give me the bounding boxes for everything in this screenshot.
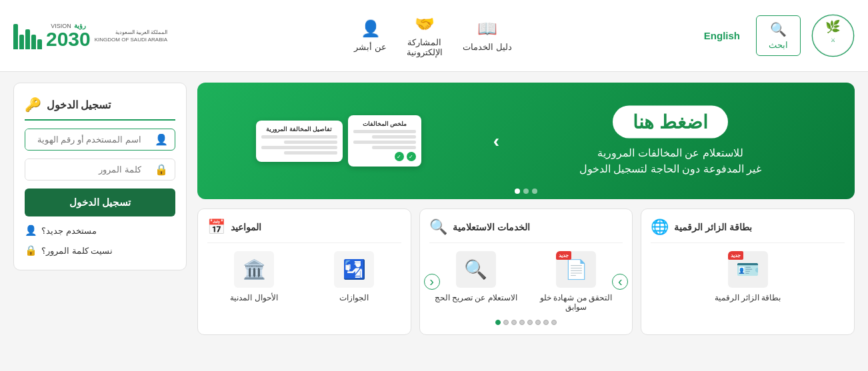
- kingdom-label: المملكة العربية السعودية KINGDOM OF SAUD…: [95, 29, 167, 42]
- banner-text-area: اضغط هنا للاستعلام عن المخالفات المرورية…: [506, 105, 835, 177]
- info-services-dots: [429, 320, 623, 325]
- vision-logo-area: المملكة العربية السعودية KINGDOM OF SAUD…: [13, 22, 167, 49]
- info-services-next-arrow[interactable]: ›: [612, 274, 628, 290]
- banner-dot-3[interactable]: [515, 188, 520, 194]
- check-cert-item[interactable]: 📄 جديد التحقق من شهادة خلو سوابق: [529, 251, 623, 312]
- password-input[interactable]: [25, 159, 148, 180]
- about-absher-icon: 👤: [361, 19, 381, 38]
- nav-item-services-guide[interactable]: 📖 دليل الخدمات: [463, 19, 512, 52]
- info-dot-3[interactable]: [535, 320, 541, 325]
- nav-electronic-participation-label: المشاركةالإلكترونية: [407, 37, 443, 57]
- mock-line-3: [353, 141, 416, 144]
- check-hajj-icon: 🔍: [464, 258, 487, 280]
- banner-desc-line1: للاستعلام عن المخالفات المرورية: [506, 145, 835, 161]
- civil-affairs-label: الأحوال المدنية: [230, 293, 277, 302]
- mock-line-7: [261, 146, 337, 149]
- new-badge-cert: جديد: [556, 251, 571, 260]
- mock-line-2: [372, 135, 416, 139]
- passports-label: الجوازات: [339, 293, 369, 302]
- info-services-header: الخدمات الاستعلامية 🔍: [429, 218, 623, 243]
- info-services-title: الخدمات الاستعلامية: [453, 222, 530, 232]
- visitor-card-title: بطاقة الزائر الرقمية: [674, 222, 752, 232]
- info-dot-2[interactable]: [543, 320, 549, 325]
- mock-card-title-2: تفاصيل المخالفة المرورية: [261, 126, 337, 133]
- mock-line-4: [372, 146, 416, 149]
- check-icon-2: ✓: [395, 152, 404, 161]
- forgot-password-link[interactable]: نسيت كلمة المرور؟ 🔒: [25, 244, 175, 256]
- electronic-participation-icon: 🤝: [415, 15, 435, 33]
- check-hajj-item[interactable]: 🔍 الاستعلام عن تصريح الحج: [429, 251, 523, 312]
- search-icon: 🔍: [770, 21, 787, 37]
- search-button[interactable]: 🔍 ابحث: [756, 15, 801, 56]
- nav-services-guide-label: دليل الخدمات: [463, 42, 512, 52]
- info-dot-7[interactable]: [503, 320, 509, 325]
- login-panel: تسجيل الدخول 🔑 👤 🔒 تسجيل الدخول مستخدم ج…: [13, 83, 187, 270]
- digital-visitor-icon: 🪪: [736, 258, 759, 280]
- login-button[interactable]: تسجيل الدخول: [25, 188, 175, 216]
- banner-cta-box[interactable]: اضغط هنا: [613, 105, 728, 138]
- digital-visitor-card-item[interactable]: 🪪 جديد بطاقة الزائر الرقمية: [651, 251, 845, 302]
- mock-line-8: [284, 151, 337, 155]
- header-nav: 📖 دليل الخدمات 🤝 المشاركةالإلكترونية 👤 ع…: [354, 15, 511, 57]
- mock-violation-detail-card: تفاصيل المخالفة المرورية: [256, 121, 343, 162]
- new-user-link[interactable]: مستخدم جديد؟ 👤: [25, 224, 175, 236]
- civil-affairs-item[interactable]: 🏛️ الأحوال المدنية: [207, 251, 301, 302]
- username-input[interactable]: [25, 129, 148, 150]
- check-hajj-icon-wrap: 🔍: [456, 251, 496, 288]
- banner-dot-2[interactable]: [523, 188, 529, 194]
- nav-item-about-absher[interactable]: 👤 عن أبشر: [354, 19, 387, 52]
- password-input-wrap[interactable]: 🔒: [25, 159, 175, 181]
- banner-description: للاستعلام عن المخالفات المرورية غير المد…: [506, 145, 835, 177]
- user-icon: 👤: [148, 133, 175, 146]
- passports-icon-wrap: 🛂: [334, 251, 374, 288]
- appointments-content: 🛂 الجوازات 🏛️ الأحوال المدنية: [207, 251, 401, 302]
- check-cert-label: التحقق من شهادة خلو سوابق: [529, 293, 623, 312]
- appointments-card: المواعيد 📅 🛂 الجوازات 🏛️ الأحوال: [197, 208, 411, 335]
- check-cert-icon: 📄: [565, 258, 588, 280]
- info-dot-5[interactable]: [519, 320, 525, 325]
- visitor-card-section: بطاقة الزائر الرقمية 🌐 🪪 جديد بطاقة الزا…: [641, 208, 855, 335]
- banner-dots: [515, 188, 537, 194]
- vision-2030-block: رؤية VISION 2030: [46, 22, 91, 49]
- search-label: ابحث: [769, 40, 788, 50]
- left-section: ملخص المخالفات ✓ ✓ تفاصيل المخالفة المرو…: [197, 83, 855, 335]
- civil-affairs-icon-wrap: 🏛️: [234, 251, 274, 288]
- check-hajj-label: الاستعلام عن تصريح الحج: [435, 293, 517, 302]
- appointments-header: المواعيد 📅: [207, 218, 401, 243]
- login-title-row: تسجيل الدخول 🔑: [25, 97, 175, 121]
- info-services-prev-arrow[interactable]: ‹: [424, 274, 440, 290]
- vision-year: 2030: [46, 29, 91, 49]
- saudi-emblem-icon: 🌿 ⚔: [811, 14, 855, 57]
- banner-next-arrow[interactable]: ›: [493, 131, 499, 152]
- login-title-text: تسجيل الدخول: [47, 99, 111, 111]
- mock-violations-summary-card: ملخص المخالفات ✓ ✓: [348, 115, 421, 167]
- appointments-icon: 📅: [207, 218, 225, 236]
- info-dot-6[interactable]: [511, 320, 517, 325]
- forgot-password-label: نسيت كلمة المرور؟: [41, 246, 113, 256]
- check-icon-1: ✓: [407, 152, 416, 161]
- info-services-card: الخدمات الاستعلامية 🔍 ‹ 📄 جديد التحقق من…: [419, 208, 633, 335]
- visitor-card-content: 🪪 جديد بطاقة الزائر الرقمية: [651, 251, 845, 302]
- info-dot-8[interactable]: [495, 320, 501, 325]
- banner-dot-1[interactable]: [532, 188, 537, 194]
- login-icon: 🔑: [25, 97, 41, 113]
- info-dot-4[interactable]: [527, 320, 533, 325]
- mock-line-6: [284, 141, 337, 144]
- appointments-title: المواعيد: [231, 222, 261, 232]
- nav-item-electronic-participation[interactable]: 🤝 المشاركةالإلكترونية: [407, 15, 443, 57]
- digital-visitor-label: بطاقة الزائر الرقمية: [715, 293, 781, 302]
- banner-cta-text: اضغط هنا: [633, 111, 708, 132]
- info-dot-1[interactable]: [551, 320, 557, 325]
- new-user-label: مستخدم جديد؟: [41, 226, 97, 236]
- visitor-card-header: بطاقة الزائر الرقمية 🌐: [651, 218, 845, 243]
- visitor-card-icon: 🌐: [651, 218, 669, 236]
- language-toggle[interactable]: English: [699, 30, 745, 41]
- nav-about-absher-label: عن أبشر: [354, 42, 387, 52]
- main-content: ملخص المخالفات ✓ ✓ تفاصيل المخالفة المرو…: [0, 72, 868, 346]
- username-input-wrap[interactable]: 👤: [25, 129, 175, 151]
- cards-row: بطاقة الزائر الرقمية 🌐 🪪 جديد بطاقة الزا…: [197, 208, 855, 335]
- passports-item[interactable]: 🛂 الجوازات: [307, 251, 401, 302]
- new-badge-visitor: جديد: [728, 251, 743, 260]
- mock-line-1: [353, 130, 416, 133]
- vision-bars-icon: [13, 23, 42, 49]
